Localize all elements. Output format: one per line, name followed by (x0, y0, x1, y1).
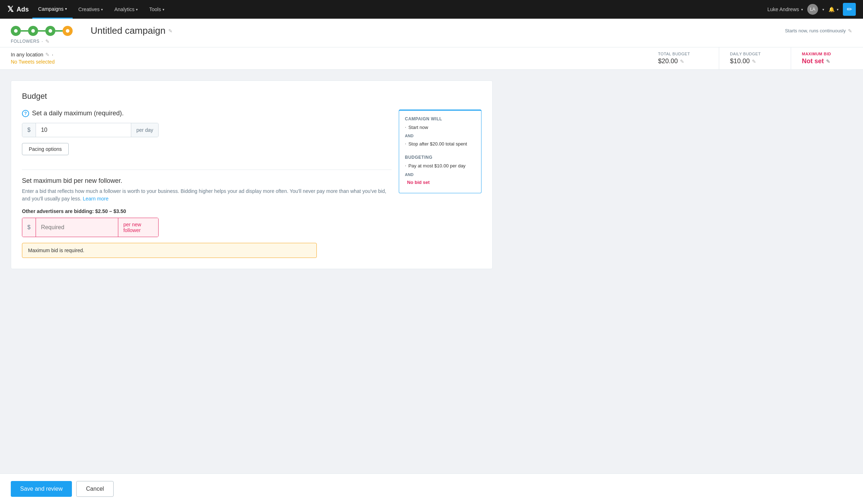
notifications[interactable]: 🔔 ▾ (828, 6, 839, 12)
user-name: Luke Andrews (767, 6, 799, 12)
nav-campaigns[interactable]: Campaigns ▾ (32, 0, 73, 19)
compose-button[interactable]: ✏ (843, 3, 856, 16)
campaign-header: Untitled campaign ✎ Starts now, runs con… (0, 19, 863, 70)
location-edit-icon[interactable]: ✎ (45, 52, 50, 57)
nav-analytics[interactable]: Analytics ▾ (109, 0, 143, 19)
bid-prefix: $ (22, 218, 36, 237)
pay-most-text: Pay at most $10.00 per day (408, 163, 466, 169)
daily-budget-value: $10.00 ✎ (730, 57, 780, 65)
compose-icon: ✏ (847, 5, 852, 13)
start-row: · Start now (405, 124, 475, 131)
nav-right: Luke Andrews ▾ LA ▾ 🔔 ▾ ✏ (767, 3, 856, 16)
type-separator: · (42, 39, 43, 44)
total-budget-value: $20.00 ✎ (658, 57, 708, 65)
and-label-2: AND (405, 172, 475, 177)
svg-point-1 (31, 29, 35, 33)
no-tweets-link[interactable]: No Tweets selected (11, 59, 636, 65)
nav-creatives[interactable]: Creatives ▾ (73, 0, 109, 19)
step-connector-3 (55, 30, 63, 32)
learn-more-link[interactable]: Learn more (83, 196, 109, 202)
campaign-title-edit-icon[interactable]: ✎ (168, 28, 173, 34)
brand-label: Ads (17, 6, 29, 13)
daily-max-title: Set a daily maximum (required). (32, 110, 124, 117)
bell-caret-icon: ▾ (837, 8, 839, 11)
pacing-options-button[interactable]: Pacing options (22, 143, 69, 155)
campaign-sub: FOLLOWERS · ✎ (0, 38, 863, 47)
other-advertisers-text: Other advertisers are bidding: $2.50 – $… (22, 208, 392, 214)
tools-label: Tools (149, 6, 161, 12)
nav-tools[interactable]: Tools ▾ (143, 0, 170, 19)
warning-text: Maximum bid is required. (28, 248, 84, 253)
start-text: Start now (408, 124, 428, 131)
location-text: In any location ✎ · (11, 52, 636, 57)
step-connector-2 (38, 30, 45, 32)
max-bid-item: MAXIMUM BID Not set ✎ (791, 47, 863, 69)
daily-budget-prefix: $ (22, 123, 36, 137)
budget-card: Budget ? Set a daily maximum (required).… (11, 80, 493, 269)
avatar[interactable]: LA (807, 4, 818, 15)
pay-most-bullet: · (405, 163, 406, 168)
step-dot-2 (28, 26, 38, 36)
stop-bullet: · (405, 141, 406, 146)
daily-budget-suffix: per day (131, 123, 158, 137)
and-label-1: AND (405, 134, 475, 138)
brand: 𝕏 Ads (7, 5, 29, 14)
campaign-will-title: CAMPAIGN WILL (405, 116, 475, 121)
max-bid-amount: Not set (802, 57, 824, 65)
bid-input-group: $ per new follower (22, 218, 159, 237)
warning-box: Maximum bid is required. (22, 243, 317, 258)
campaign-title-section: Untitled campaign ✎ (91, 25, 173, 36)
campaign-type: FOLLOWERS (11, 39, 40, 44)
bid-description: Enter a bid that reflects how much a fol… (22, 188, 392, 203)
daily-budget-edit-icon[interactable]: ✎ (752, 59, 756, 64)
budget-card-title: Budget (22, 92, 481, 101)
location-separator: · (52, 52, 53, 57)
user-caret-icon: ▾ (801, 8, 803, 11)
stop-text: Stop after $20.00 total spent (408, 141, 467, 147)
bid-suffix: per new follower (118, 218, 158, 237)
svg-point-0 (14, 29, 18, 33)
analytics-caret-icon: ▾ (136, 8, 138, 11)
daily-budget-label: DAILY BUDGET (730, 52, 780, 56)
svg-point-2 (49, 29, 52, 33)
user-menu[interactable]: Luke Andrews ▾ (767, 6, 803, 12)
campaigns-label: Campaigns (38, 6, 64, 12)
twitter-bird-icon: 𝕏 (7, 5, 14, 14)
campaign-title-row: Untitled campaign ✎ (91, 25, 173, 36)
no-bid-row: No bid set (405, 180, 475, 185)
svg-point-3 (66, 29, 69, 33)
total-budget-item: TOTAL BUDGET $20.00 ✎ (647, 47, 719, 69)
tools-caret-icon: ▾ (163, 8, 164, 11)
daily-budget-input[interactable] (36, 123, 131, 137)
bid-input[interactable] (36, 218, 118, 237)
step-dot-4 (63, 26, 73, 36)
daily-budget-item: DAILY BUDGET $10.00 ✎ (719, 47, 791, 69)
type-edit-icon[interactable]: ✎ (45, 38, 50, 44)
analytics-label: Analytics (114, 6, 134, 12)
budget-bar: In any location ✎ · No Tweets selected T… (0, 47, 863, 69)
stop-row: · Stop after $20.00 total spent (405, 141, 475, 147)
location-section: In any location ✎ · No Tweets selected (0, 47, 647, 69)
max-bid-edit-icon[interactable]: ✎ (826, 59, 830, 64)
budget-layout-row: ? Set a daily maximum (required). $ per … (22, 110, 481, 258)
budgeting-title: BUDGETING (405, 155, 475, 160)
start-bullet: · (405, 124, 406, 130)
dates-edit-icon[interactable]: ✎ (848, 28, 852, 34)
total-budget-amount: $20.00 (658, 57, 678, 65)
total-budget-edit-icon[interactable]: ✎ (680, 59, 684, 64)
divider (22, 170, 392, 170)
daily-max-section: ? Set a daily maximum (required). (22, 110, 392, 117)
no-bid-text: No bid set (407, 180, 430, 185)
campaign-dates: Starts now, runs continuously ✎ (785, 28, 852, 34)
step-dot-3 (45, 26, 55, 36)
daily-budget-input-group: $ per day (22, 123, 159, 137)
pay-most-row: · Pay at most $10.00 per day (405, 163, 475, 169)
campaign-title: Untitled campaign (91, 25, 165, 36)
budget-main-section: ? Set a daily maximum (required). $ per … (22, 110, 392, 258)
bid-desc-text: Enter a bid that reflects how much a fol… (22, 188, 386, 202)
total-budget-label: TOTAL BUDGET (658, 52, 708, 56)
campaign-header-top: Untitled campaign ✎ Starts now, runs con… (0, 19, 863, 38)
avatar-caret-icon: ▾ (822, 8, 824, 11)
max-bid-value: Not set ✎ (802, 57, 852, 65)
daily-max-help-icon[interactable]: ? (22, 110, 29, 117)
